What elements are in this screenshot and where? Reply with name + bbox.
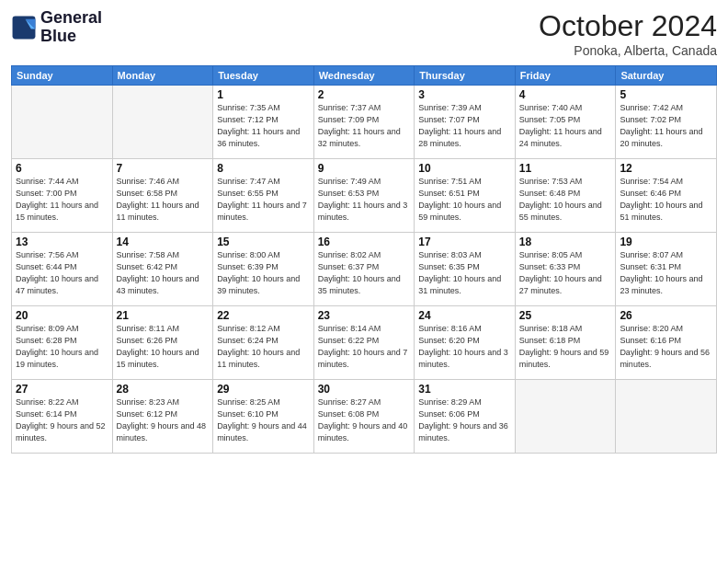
day-info: Sunrise: 8:16 AM Sunset: 6:20 PM Dayligh… xyxy=(418,323,511,371)
day-cell: 10Sunrise: 7:51 AM Sunset: 6:51 PM Dayli… xyxy=(415,159,516,233)
day-info: Sunrise: 7:49 AM Sunset: 6:53 PM Dayligh… xyxy=(318,176,411,224)
col-header-saturday: Saturday xyxy=(616,66,717,86)
day-info: Sunrise: 8:03 AM Sunset: 6:35 PM Dayligh… xyxy=(418,249,511,297)
title-block: October 2024 Ponoka, Alberta, Canada xyxy=(539,9,717,58)
day-number: 23 xyxy=(318,309,411,322)
day-info: Sunrise: 8:23 AM Sunset: 6:12 PM Dayligh… xyxy=(117,396,210,444)
month-title: October 2024 xyxy=(539,9,717,43)
day-cell: 27Sunrise: 8:22 AM Sunset: 6:14 PM Dayli… xyxy=(12,380,113,454)
logo-line2: Blue xyxy=(40,28,102,46)
week-row-2: 13Sunrise: 7:56 AM Sunset: 6:44 PM Dayli… xyxy=(12,233,717,306)
week-row-3: 20Sunrise: 8:09 AM Sunset: 6:28 PM Dayli… xyxy=(12,306,717,380)
day-cell: 28Sunrise: 8:23 AM Sunset: 6:12 PM Dayli… xyxy=(112,380,213,454)
col-header-wednesday: Wednesday xyxy=(313,66,415,86)
col-header-thursday: Thursday xyxy=(415,66,516,86)
day-cell: 12Sunrise: 7:54 AM Sunset: 6:46 PM Dayli… xyxy=(616,159,717,233)
day-info: Sunrise: 8:18 AM Sunset: 6:18 PM Dayligh… xyxy=(519,323,612,371)
day-number: 12 xyxy=(620,162,712,175)
day-number: 30 xyxy=(318,383,411,396)
day-cell: 1Sunrise: 7:35 AM Sunset: 7:12 PM Daylig… xyxy=(213,86,314,159)
day-info: Sunrise: 8:22 AM Sunset: 6:14 PM Dayligh… xyxy=(16,396,108,444)
day-number: 9 xyxy=(318,162,411,175)
day-cell: 24Sunrise: 8:16 AM Sunset: 6:20 PM Dayli… xyxy=(415,306,516,380)
day-cell: 5Sunrise: 7:42 AM Sunset: 7:02 PM Daylig… xyxy=(616,86,717,159)
day-cell: 6Sunrise: 7:44 AM Sunset: 7:00 PM Daylig… xyxy=(12,159,113,233)
day-cell: 31Sunrise: 8:29 AM Sunset: 6:06 PM Dayli… xyxy=(415,380,516,454)
logo-text: General Blue xyxy=(40,9,102,46)
day-info: Sunrise: 7:58 AM Sunset: 6:42 PM Dayligh… xyxy=(117,249,210,297)
day-info: Sunrise: 7:44 AM Sunset: 7:00 PM Dayligh… xyxy=(16,176,108,224)
day-info: Sunrise: 7:39 AM Sunset: 7:07 PM Dayligh… xyxy=(418,102,511,150)
week-row-0: 1Sunrise: 7:35 AM Sunset: 7:12 PM Daylig… xyxy=(12,86,717,159)
logo-icon xyxy=(11,15,37,40)
day-cell: 20Sunrise: 8:09 AM Sunset: 6:28 PM Dayli… xyxy=(12,306,113,380)
location: Ponoka, Alberta, Canada xyxy=(539,43,717,58)
day-number: 2 xyxy=(318,88,411,101)
day-cell: 11Sunrise: 7:53 AM Sunset: 6:48 PM Dayli… xyxy=(515,159,616,233)
day-cell: 2Sunrise: 7:37 AM Sunset: 7:09 PM Daylig… xyxy=(313,86,415,159)
logo-line1: General xyxy=(40,9,102,28)
day-number: 29 xyxy=(217,383,310,396)
day-cell: 16Sunrise: 8:02 AM Sunset: 6:37 PM Dayli… xyxy=(313,233,415,306)
day-info: Sunrise: 8:20 AM Sunset: 6:16 PM Dayligh… xyxy=(620,323,712,371)
week-row-4: 27Sunrise: 8:22 AM Sunset: 6:14 PM Dayli… xyxy=(12,380,717,454)
logo: General Blue xyxy=(11,9,102,46)
col-header-monday: Monday xyxy=(112,66,213,86)
day-cell xyxy=(112,86,213,159)
day-number: 17 xyxy=(418,236,511,248)
day-number: 21 xyxy=(117,309,210,322)
day-info: Sunrise: 7:54 AM Sunset: 6:46 PM Dayligh… xyxy=(620,176,712,224)
day-info: Sunrise: 8:12 AM Sunset: 6:24 PM Dayligh… xyxy=(217,323,310,371)
day-cell xyxy=(515,380,616,454)
day-cell: 13Sunrise: 7:56 AM Sunset: 6:44 PM Dayli… xyxy=(12,233,113,306)
day-info: Sunrise: 8:07 AM Sunset: 6:31 PM Dayligh… xyxy=(620,249,712,297)
day-number: 24 xyxy=(418,309,511,322)
day-info: Sunrise: 7:51 AM Sunset: 6:51 PM Dayligh… xyxy=(418,176,511,224)
col-header-friday: Friday xyxy=(515,66,616,86)
day-number: 26 xyxy=(620,309,712,322)
header: General Blue October 2024 Ponoka, Albert… xyxy=(11,9,717,58)
day-number: 7 xyxy=(117,162,210,175)
day-info: Sunrise: 7:56 AM Sunset: 6:44 PM Dayligh… xyxy=(16,249,108,297)
day-cell: 4Sunrise: 7:40 AM Sunset: 7:05 PM Daylig… xyxy=(515,86,616,159)
day-number: 1 xyxy=(217,88,310,101)
day-number: 13 xyxy=(16,236,108,248)
week-row-1: 6Sunrise: 7:44 AM Sunset: 7:00 PM Daylig… xyxy=(12,159,717,233)
day-number: 3 xyxy=(418,88,511,101)
day-number: 6 xyxy=(16,162,108,175)
day-info: Sunrise: 7:37 AM Sunset: 7:09 PM Dayligh… xyxy=(318,102,411,150)
day-info: Sunrise: 8:09 AM Sunset: 6:28 PM Dayligh… xyxy=(16,323,108,371)
day-info: Sunrise: 8:27 AM Sunset: 6:08 PM Dayligh… xyxy=(318,396,411,444)
day-number: 14 xyxy=(117,236,210,248)
day-number: 22 xyxy=(217,309,310,322)
day-number: 10 xyxy=(418,162,511,175)
day-cell: 14Sunrise: 7:58 AM Sunset: 6:42 PM Dayli… xyxy=(112,233,213,306)
day-cell: 23Sunrise: 8:14 AM Sunset: 6:22 PM Dayli… xyxy=(313,306,415,380)
day-cell: 29Sunrise: 8:25 AM Sunset: 6:10 PM Dayli… xyxy=(213,380,314,454)
day-cell: 8Sunrise: 7:47 AM Sunset: 6:55 PM Daylig… xyxy=(213,159,314,233)
col-header-sunday: Sunday xyxy=(12,66,113,86)
day-cell xyxy=(616,380,717,454)
day-number: 16 xyxy=(318,236,411,248)
day-info: Sunrise: 7:53 AM Sunset: 6:48 PM Dayligh… xyxy=(519,176,612,224)
day-cell: 17Sunrise: 8:03 AM Sunset: 6:35 PM Dayli… xyxy=(415,233,516,306)
day-cell: 18Sunrise: 8:05 AM Sunset: 6:33 PM Dayli… xyxy=(515,233,616,306)
day-cell: 26Sunrise: 8:20 AM Sunset: 6:16 PM Dayli… xyxy=(616,306,717,380)
day-info: Sunrise: 7:40 AM Sunset: 7:05 PM Dayligh… xyxy=(519,102,612,150)
day-number: 25 xyxy=(519,309,612,322)
day-cell: 7Sunrise: 7:46 AM Sunset: 6:58 PM Daylig… xyxy=(112,159,213,233)
day-cell: 22Sunrise: 8:12 AM Sunset: 6:24 PM Dayli… xyxy=(213,306,314,380)
day-number: 31 xyxy=(418,383,511,396)
day-info: Sunrise: 8:11 AM Sunset: 6:26 PM Dayligh… xyxy=(117,323,210,371)
day-info: Sunrise: 7:42 AM Sunset: 7:02 PM Dayligh… xyxy=(620,102,712,150)
day-cell: 9Sunrise: 7:49 AM Sunset: 6:53 PM Daylig… xyxy=(313,159,415,233)
day-cell: 15Sunrise: 8:00 AM Sunset: 6:39 PM Dayli… xyxy=(213,233,314,306)
day-number: 15 xyxy=(217,236,310,248)
day-info: Sunrise: 7:47 AM Sunset: 6:55 PM Dayligh… xyxy=(217,176,310,224)
day-info: Sunrise: 7:46 AM Sunset: 6:58 PM Dayligh… xyxy=(117,176,210,224)
day-cell: 21Sunrise: 8:11 AM Sunset: 6:26 PM Dayli… xyxy=(112,306,213,380)
day-info: Sunrise: 8:25 AM Sunset: 6:10 PM Dayligh… xyxy=(217,396,310,444)
day-info: Sunrise: 8:00 AM Sunset: 6:39 PM Dayligh… xyxy=(217,249,310,297)
day-number: 5 xyxy=(620,88,712,101)
day-info: Sunrise: 8:29 AM Sunset: 6:06 PM Dayligh… xyxy=(418,396,511,444)
